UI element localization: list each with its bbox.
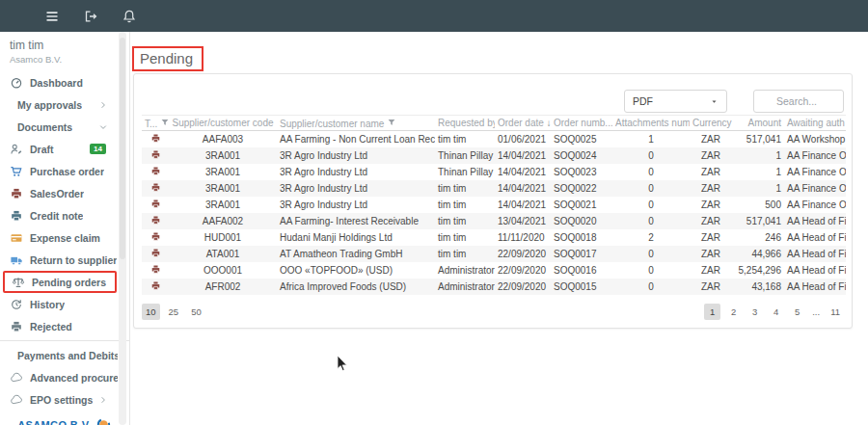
chevron-right-icon [98,100,108,110]
cell-currency: ZAR [690,229,732,246]
main-content: Pending PDF T... Supplier/customer codeS… [131,32,868,425]
page-3[interactable]: 3 [746,304,763,320]
cell-code: 3RA001 [169,147,277,164]
cell-order_date: 14/04/2021 [495,147,551,164]
cell-order_number: SOQ0022 [551,180,612,197]
column-header-attachments[interactable]: Attachments number [612,116,690,131]
sidebar-item-expense-claim[interactable]: Expense claim [0,226,118,249]
sidebar-item-dashboard[interactable]: Dashboard [0,71,118,93]
cell-order_date: 01/06/2021 [495,131,551,147]
table-row[interactable]: 3RA0013R Agro Industry Ltdtim tim14/04/2… [142,197,846,213]
sidebar-item-credit-note[interactable]: Credit note [0,204,118,226]
search-box[interactable] [753,90,844,113]
column-header-requested_by[interactable]: Requested by [435,116,495,131]
column-header-order_date[interactable]: Order date ↓ [495,116,551,131]
page-size-50[interactable]: 50 [187,304,205,320]
page-11[interactable]: 11 [827,304,844,320]
pending-orders-card: PDF T... Supplier/customer codeSupplier/… [133,73,853,329]
table-row[interactable]: AAFA003AA Farming - Non Current Loan Rec… [142,131,846,147]
logout-icon[interactable] [82,8,99,25]
cell-amount: 517,041 [732,131,784,147]
cell-order_number: SOQ0016 [551,262,612,279]
cell-currency: ZAR [690,279,732,295]
table-row[interactable]: 3RA0013R Agro Industry LtdThinan Pillay1… [142,164,846,180]
sidebar-item-advanced-procurement[interactable]: Advanced procurement [0,366,118,388]
page-4[interactable]: 4 [768,304,784,320]
sidebar-scrollbar[interactable] [119,32,126,425]
export-format-value: PDF [633,95,653,107]
sidebar-item-documents[interactable]: Documents [0,116,118,138]
sidebar-item-my-approvals[interactable]: My approvals [0,93,118,116]
column-header-label: Requested by [438,118,495,128]
page-ellipsis: ... [810,306,822,317]
cell-type [142,229,169,246]
sales-order-type-icon [150,182,161,193]
cell-order_number: SOQ0025 [551,131,612,147]
filter-icon[interactable] [160,118,169,127]
sidebar-item-payments-and-debits[interactable]: Payments and Debits [0,344,118,366]
page-5[interactable]: 5 [789,304,805,320]
sidebar-item-return-to-supplier[interactable]: Return to supplier [0,249,118,271]
rejected-icon [10,320,23,333]
table-row[interactable]: 3RA0013R Agro Industry LtdThinan Pillay1… [142,147,846,164]
column-header-name[interactable]: Supplier/customer name [277,116,435,131]
sidebar-item-rejected[interactable]: Rejected [0,315,118,337]
cell-type [142,279,169,295]
cell-name: AA Farming - Non Current Loan Receivab..… [277,131,435,147]
sidebar-item-pending-orders[interactable]: Pending orders [3,271,117,293]
cell-requested_by: Administrator [435,279,495,295]
table-row[interactable]: ATA001AT Amatheon Trading GmbHtim tim22/… [142,246,846,262]
sidebar-item-salesorder[interactable]: SalesOrder [0,182,118,204]
page-2[interactable]: 2 [725,304,742,320]
chevron-down-icon [710,97,719,106]
user-name: tim tim [10,39,129,52]
page-number-selector: 12345...11 [704,304,844,320]
sidebar-scrollbar-thumb[interactable] [120,38,125,259]
cell-awaiting: AA Head of Finance-EPC [784,279,846,295]
column-header-label: Attachments number [615,118,690,128]
cell-code: ATA001 [169,246,277,262]
column-header-order_number[interactable]: Order numb... ↓ [551,116,612,131]
cell-amount: 5,254,296 [732,262,784,279]
cell-attachments: 1 [612,131,690,147]
sort-desc-icon[interactable]: ↓ [544,118,551,128]
cell-code: 3RA001 [169,197,277,213]
page-size-25[interactable]: 25 [165,304,183,320]
menu-icon[interactable] [43,8,61,25]
filter-icon[interactable] [387,118,396,127]
sidebar: tim tim Asamco B.V. DashboardMy approval… [0,32,130,425]
table-row[interactable]: HUD001Hudani Manji Holdings Ltdtim tim11… [142,229,846,246]
table-row[interactable]: AAFA002AA Farming- Interest Receivableti… [142,213,846,229]
table-row[interactable]: 3RA0013R Agro Industry Ltdtim tim14/04/2… [142,180,846,197]
sidebar-item-draft[interactable]: Draft14 [0,138,118,160]
cell-name: 3R Agro Industry Ltd [277,197,435,213]
sidebar-item-purchase-order[interactable]: Purchase order [0,160,118,182]
search-input[interactable] [776,95,832,107]
table-row[interactable]: OOO001OOO «TOPFOOD» (USD)Administrator22… [142,262,846,279]
cell-attachments: 0 [612,180,690,197]
cell-name: AA Farming- Interest Receivable [277,213,435,229]
column-header-awaiting[interactable]: Awaiting auth [784,116,846,131]
column-header-code[interactable]: Supplier/customer code [169,116,277,131]
orders-table: T... Supplier/customer codeSupplier/cust… [142,115,844,295]
cell-awaiting: AA Workshop Manager- [784,131,846,147]
cell-awaiting: AA Head of Finance-EPC [784,229,846,246]
page-1[interactable]: 1 [704,304,720,320]
chevron-right-icon [98,351,108,360]
sales-order-type-icon [150,280,161,291]
sales-order-type-icon [150,231,161,242]
cell-type [142,180,169,197]
cell-attachments: 0 [612,246,690,262]
sidebar-item-epo-settings[interactable]: EPO settings [0,388,118,411]
column-header-currency[interactable]: Currency [690,116,732,131]
bell-icon[interactable] [121,8,138,25]
table-row[interactable]: AFR002Africa Improved Foods (USD)Adminis… [142,279,846,295]
column-header-amount[interactable]: Amount [732,116,784,131]
sidebar-item-history[interactable]: History [0,293,118,315]
cell-order_number: SOQ0020 [551,213,612,229]
export-format-select[interactable]: PDF [624,90,727,113]
column-header-type[interactable]: T... [142,116,169,131]
cell-order_date: 14/04/2021 [495,164,551,180]
cell-name: 3R Agro Industry Ltd [277,164,435,180]
page-size-10[interactable]: 10 [142,304,160,320]
